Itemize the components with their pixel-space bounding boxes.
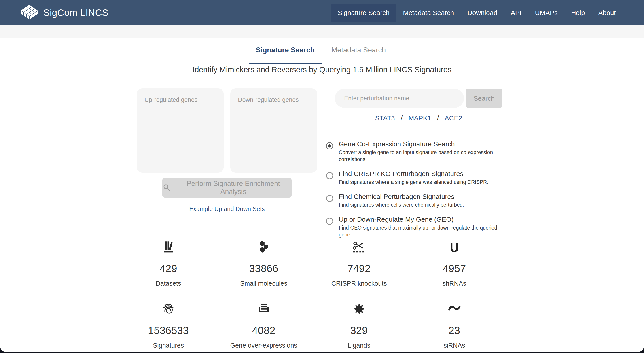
stat-shrnas: U 4957 shRNAs — [407, 238, 502, 287]
nav-item-api[interactable]: API — [504, 4, 528, 22]
radio-selected-icon — [325, 142, 334, 150]
stack-icon — [256, 301, 271, 316]
option-description: Convert a single gene to an input signat… — [339, 149, 506, 163]
stat-label: Ligands — [312, 342, 407, 349]
page-tabs: Signature Search Metadata Search — [249, 39, 395, 65]
nav-item-signature-search[interactable]: Signature Search — [331, 4, 396, 22]
enrichment-button-label: Perform Signature Enrichment Analysis — [175, 180, 292, 196]
down-genes-textarea[interactable] — [230, 88, 317, 173]
option-description: Find signatures where a single gene was … — [339, 179, 488, 186]
example-gene-link-ace2[interactable]: ACE2 — [444, 114, 462, 122]
nav-item-about[interactable]: About — [592, 4, 622, 22]
stat-value: 329 — [312, 324, 407, 336]
option-title: Find CRISPR KO Perturbagen Signatures — [339, 170, 488, 178]
example-genes-row: STAT3 / MAPK1 / ACE2 — [335, 114, 502, 122]
option-geo-gene[interactable]: Up or Down-Regulate My Gene (GEO) Find G… — [325, 215, 506, 238]
stat-value: 429 — [121, 262, 216, 274]
option-crispr-ko[interactable]: Find CRISPR KO Perturbagen Signatures Fi… — [325, 170, 506, 186]
stat-label: Signatures — [121, 342, 216, 349]
stat-small-molecules: 33866 Small molecules — [216, 238, 311, 287]
option-chemical[interactable]: Find Chemical Perturbagen Signatures Fin… — [325, 192, 506, 208]
nav-item-umaps[interactable]: UMAPs — [528, 4, 564, 22]
stat-label: CRISPR knockouts — [312, 280, 407, 287]
example-sets-link[interactable]: Example Up and Down Sets — [137, 206, 317, 212]
example-gene-link-mapk1[interactable]: MAPK1 — [408, 114, 431, 122]
radio-unselected-icon — [325, 194, 334, 203]
nav-menu: Signature Search Metadata Search Downloa… — [331, 4, 622, 22]
page-title: Identify Mimickers and Reversers by Quer… — [0, 65, 644, 74]
navbar: SigCom LINCS Signature Search Metadata S… — [0, 0, 644, 25]
enrichment-analysis-button[interactable]: Perform Signature Enrichment Analysis — [162, 178, 292, 198]
radio-unselected-icon — [325, 171, 334, 180]
stat-datasets: 429 Datasets — [121, 238, 216, 287]
sigcom-cubes-logo-icon — [20, 2, 39, 24]
stat-value: 7492 — [312, 262, 407, 274]
perturbation-input[interactable] — [335, 89, 464, 108]
brand-title: SigCom LINCS — [44, 8, 108, 18]
scissors-icon — [352, 240, 366, 254]
brand-logo[interactable]: SigCom LINCS — [20, 2, 108, 24]
stat-label: Gene over-expressions — [216, 342, 311, 349]
top-strip — [0, 25, 644, 39]
slash-separator: / — [437, 114, 439, 122]
stat-crispr-knockouts: 7492 CRISPR knockouts — [312, 238, 407, 287]
stat-ligands: 329 Ligands — [312, 300, 407, 349]
search-button[interactable]: Search — [466, 89, 502, 108]
library-icon — [161, 240, 176, 254]
option-gene-coexpression[interactable]: Gene Co-Expression Signature Search Conv… — [325, 140, 506, 163]
nav-item-metadata-search[interactable]: Metadata Search — [396, 4, 461, 22]
stat-value: 4082 — [216, 324, 311, 336]
stat-value: 1536533 — [121, 324, 216, 336]
search-mode-radio-group: Gene Co-Expression Signature Search Conv… — [325, 140, 506, 238]
molecules-icon — [256, 240, 271, 254]
stat-sirnas: 23 siRNAs — [407, 300, 502, 349]
stat-gene-overexpressions: 4082 Gene over-expressions — [216, 300, 311, 349]
search-icon — [162, 183, 172, 192]
tab-metadata-search[interactable]: Metadata Search — [322, 39, 395, 65]
burst-icon — [352, 301, 366, 316]
page: SigCom LINCS Signature Search Metadata S… — [0, 0, 644, 353]
nav-item-help[interactable]: Help — [564, 4, 592, 22]
u-glyph-icon: U — [450, 241, 459, 254]
radio-unselected-icon — [325, 217, 334, 225]
option-title: Up or Down-Regulate My Gene (GEO) — [339, 215, 506, 224]
slash-separator: / — [401, 114, 402, 122]
option-title: Find Chemical Perturbagen Signatures — [339, 192, 464, 201]
option-description: Find signatures where cells were chemica… — [339, 202, 464, 208]
tilde-icon — [447, 301, 462, 316]
stat-signatures: 1536533 Signatures — [121, 300, 216, 349]
tab-signature-search[interactable]: Signature Search — [249, 39, 322, 65]
option-title: Gene Co-Expression Signature Search — [339, 140, 506, 148]
up-genes-textarea[interactable] — [137, 88, 224, 173]
stat-label: Small molecules — [216, 280, 311, 287]
stat-label: Datasets — [121, 280, 216, 287]
stat-label: siRNAs — [407, 342, 502, 349]
nav-item-download[interactable]: Download — [461, 4, 504, 22]
stat-value: 4957 — [407, 262, 502, 274]
content-card: Signature Search Metadata Search Identif… — [0, 25, 644, 352]
stat-label: shRNAs — [407, 280, 502, 287]
stat-value: 23 — [407, 324, 502, 336]
stat-value: 33866 — [216, 262, 311, 274]
fingerprint-icon — [161, 301, 176, 316]
option-description: Find GEO signatures that maximally up- o… — [339, 224, 506, 238]
example-gene-link-stat3[interactable]: STAT3 — [375, 114, 395, 122]
stats-grid: 429 Datasets 33866 Small molecules — [121, 238, 502, 349]
